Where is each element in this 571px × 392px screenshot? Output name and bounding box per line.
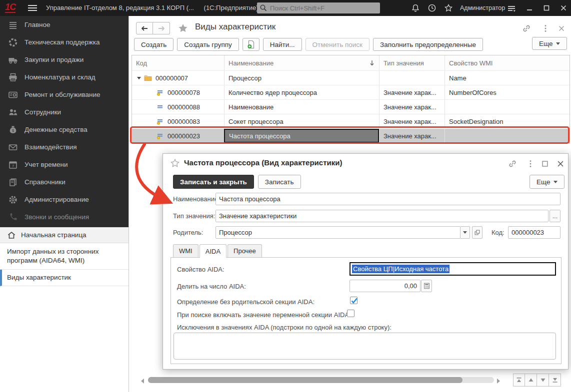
scroll-right-icon[interactable] (497, 379, 500, 384)
column-header-type[interactable]: Тип значения (379, 55, 444, 70)
sidebar-item-label: Номенклатура и склад (24, 73, 96, 81)
history-nav (136, 22, 170, 34)
maximize-window-icon[interactable] (540, 159, 550, 168)
sidebar-item-employees[interactable]: Сотрудники (0, 103, 128, 121)
fill-predefined-button[interactable]: Заполнить предопределенные (373, 38, 483, 51)
value-type-field[interactable] (216, 210, 548, 222)
down-triangle-icon (539, 376, 547, 384)
table-row[interactable]: 000000083 Сокет процессора Значение хара… (132, 114, 570, 128)
table-row[interactable]: 000000088 Наименование Значение харак... (132, 99, 570, 114)
forward-button[interactable] (153, 22, 170, 34)
go-to-first-button[interactable] (513, 374, 525, 387)
sidebar-item-glavnoe[interactable]: Главное (0, 16, 128, 33)
aida-include-variable-checkbox[interactable] (347, 310, 354, 317)
main-functions-menu-icon[interactable] (507, 4, 516, 13)
copy-item-button[interactable] (242, 38, 260, 51)
parent-field-label: Родитель: (173, 229, 203, 236)
folder-icon (144, 74, 152, 82)
more-menu-icon[interactable] (526, 159, 535, 168)
aida-property-field[interactable]: Свойства ЦП|Исходная частота (350, 262, 556, 276)
scrollbar-thumb[interactable] (148, 377, 462, 383)
create-group-button[interactable]: Создать группу (177, 38, 238, 51)
characteristic-type-dialog: Частота процессора (Вид характеристики) … (162, 153, 568, 370)
sidebar-item-administration[interactable]: Администрирование (0, 191, 128, 208)
parent-field[interactable] (216, 226, 460, 239)
tab-wmi[interactable]: WMI (173, 244, 198, 257)
favorite-star-icon[interactable] (178, 23, 188, 34)
hamburger-menu-icon[interactable] (28, 5, 37, 11)
history-icon[interactable] (428, 3, 436, 12)
favorite-star-icon[interactable] (170, 158, 180, 168)
column-header-wmi[interactable]: Свойство WMI (444, 55, 570, 70)
close-button[interactable] (560, 4, 568, 12)
sidebar-item-label: Ремонт и обслуживание (24, 91, 100, 98)
aida-no-parent-section-checkbox[interactable] (350, 297, 358, 304)
home-page-link[interactable]: Начальная страница (0, 227, 128, 243)
minimize-button[interactable] (526, 4, 534, 12)
focused-cell[interactable]: Частота процессора (224, 129, 379, 143)
calculator-button[interactable] (421, 280, 432, 292)
table-row[interactable]: 000000078 Количество ядер процессора Зна… (132, 85, 570, 99)
sidebar-item-references[interactable]: Справочники (0, 173, 128, 191)
aida-include-variable-label: При поиске включать значение переменной … (177, 311, 351, 319)
save-button[interactable]: Записать (258, 175, 301, 189)
aida-exclusions-textarea[interactable] (174, 333, 556, 360)
find-button[interactable]: Найти... (263, 38, 302, 51)
table-row-group[interactable]: 000000007 Процессор Name (132, 70, 570, 85)
collapse-group-icon[interactable] (137, 77, 141, 79)
cancel-search-button[interactable]: Отменить поиск (306, 38, 370, 51)
sidebar-item-interactions[interactable]: Взаимодействия (0, 138, 128, 156)
sidebar-item-repair-service[interactable]: Ремонт и обслуживание (0, 86, 128, 103)
titlebar: 1С Управление IT-отделом 8, редакция 3.1… (0, 0, 571, 16)
close-dialog-icon[interactable] (556, 159, 565, 168)
sidebar-item-tech-support[interactable]: Техническая поддержка (0, 33, 128, 51)
parent-dropdown-button[interactable] (460, 226, 470, 239)
favorites-star-icon[interactable] (444, 3, 453, 12)
calendar-icon: 7 (8, 160, 18, 170)
sidebar-item-label: Техническая поддержка (24, 38, 100, 46)
aida-tab-panel: Свойство AIDA: Свойства ЦП|Исходная част… (170, 257, 562, 364)
sidebar-item-nomenclature-warehouse[interactable]: Номенклатура и склад (0, 68, 128, 86)
horizontal-scrollbar[interactable] (148, 377, 494, 383)
go-up-button[interactable] (525, 374, 537, 387)
choose-type-button[interactable]: ... (550, 210, 560, 222)
save-and-close-button[interactable]: Записать и закрыть (173, 175, 254, 189)
maximize-button[interactable] (542, 4, 550, 12)
name-field[interactable] (216, 193, 560, 205)
user-name[interactable]: Администратор (460, 4, 505, 11)
parent-open-button[interactable] (472, 226, 482, 239)
tab-aida[interactable]: AIDA (200, 244, 226, 258)
copy-document-icon (246, 40, 256, 49)
scroll-left-icon[interactable] (141, 379, 144, 384)
opened-window-characteristic-types[interactable]: Виды характеристик (0, 270, 128, 286)
search-input[interactable] (257, 2, 380, 13)
create-button[interactable]: Создать (134, 38, 174, 51)
sidebar-item-purchases-sales[interactable]: Закупки и продажи (0, 51, 128, 68)
app-title-suffix: (1С:Предприятие) (204, 4, 258, 11)
back-button[interactable] (136, 22, 153, 34)
close-window-icon[interactable] (557, 24, 566, 33)
tab-other[interactable]: Прочее (228, 244, 262, 257)
table-row-selected[interactable]: 000000023 Частота процессора Значение ха… (132, 128, 570, 143)
go-down-button[interactable] (537, 374, 549, 387)
sidebar-item-money[interactable]: $ Денежные средства (0, 121, 128, 138)
get-link-icon[interactable] (508, 159, 517, 168)
calculator-icon (424, 283, 430, 289)
sidebar-item-calls-messages[interactable]: Звонки и сообщения (0, 208, 128, 226)
get-link-icon[interactable] (522, 24, 531, 33)
column-header-name[interactable]: Наименование (224, 55, 379, 70)
code-field[interactable] (508, 226, 560, 239)
aida-divide-field[interactable] (350, 280, 420, 292)
dialog-more-button[interactable]: Еще (530, 175, 564, 189)
list-more-button[interactable]: Еще (532, 37, 567, 50)
notifications-bell-icon[interactable] (411, 3, 420, 12)
global-search[interactable] (257, 2, 380, 13)
more-menu-icon[interactable] (541, 24, 550, 33)
dialog-command-bar: Записать и закрыть Записать (173, 175, 301, 189)
go-to-last-button[interactable] (549, 374, 561, 387)
characteristic-icon (156, 117, 164, 125)
opened-window-import-data[interactable]: Импорт данных из сторонних программ (AID… (0, 243, 128, 270)
sidebar-item-time-tracking[interactable]: 7 Учет времени (0, 156, 128, 173)
column-header-code[interactable]: Код (132, 55, 224, 70)
go-first-icon (515, 376, 523, 384)
